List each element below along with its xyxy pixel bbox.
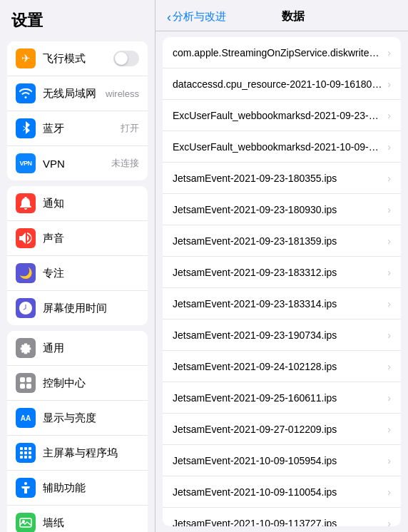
display-icon: AA — [16, 408, 36, 428]
file-item[interactable]: JetsamEvent-2021-09-23-183312.ips › — [163, 257, 401, 288]
file-chevron-icon: › — [387, 173, 391, 184]
svg-point-13 — [24, 482, 27, 485]
focus-label: 专注 — [43, 267, 139, 280]
sidebar-item-screentime[interactable]: 屏幕使用时间 — [7, 291, 148, 325]
file-name: JetsamEvent-2021-10-09-110054.ips — [173, 486, 383, 498]
file-name: JetsamEvent-2021-10-09-113727.ips — [173, 518, 383, 527]
file-name: JetsamEvent-2021-09-27-012209.ips — [173, 424, 383, 435]
sidebar-item-sound[interactable]: 声音 — [7, 221, 148, 256]
focus-icon: 🌙 — [16, 263, 36, 283]
sidebar-item-vpn[interactable]: VPN VPN 未连接 — [7, 146, 148, 180]
file-name: JetsamEvent-2021-09-25-160611.ips — [173, 392, 383, 404]
file-item[interactable]: JetsamEvent-2021-10-09-113727.ips › — [163, 508, 401, 526]
file-chevron-icon: › — [387, 361, 391, 372]
file-name: JetsamEvent-2021-10-09-105954.ips — [173, 455, 383, 466]
file-item[interactable]: dataccessd.cpu_resource-2021-10-09-16180… — [163, 68, 401, 100]
general-label: 通用 — [43, 342, 139, 355]
file-item[interactable]: JetsamEvent-2021-09-23-180930.ips › — [163, 194, 401, 225]
airplane-label: 飞行模式 — [43, 52, 113, 66]
file-item[interactable]: JetsamEvent-2021-10-09-105954.ips › — [163, 445, 401, 476]
svg-rect-0 — [20, 377, 25, 382]
file-name: JetsamEvent-2021-09-24-102128.ips — [173, 361, 383, 372]
file-item[interactable]: JetsamEvent-2021-09-27-012209.ips › — [163, 414, 401, 445]
notification-label: 通知 — [43, 197, 139, 210]
file-item[interactable]: JetsamEvent-2021-09-24-102128.ips › — [163, 351, 401, 382]
file-chevron-icon: › — [387, 455, 391, 466]
sidebar-item-accessibility[interactable]: 辅助功能 — [7, 471, 148, 506]
file-item[interactable]: JetsamEvent-2021-09-23-183314.ips › — [163, 288, 401, 319]
vpn-icon: VPN — [16, 153, 36, 173]
sidebar-section-connectivity: ✈ 飞行模式 无线局域网 wireless 蓝牙 打开 — [7, 41, 148, 180]
homescreen-label: 主屏幕与程序坞 — [43, 446, 139, 460]
file-item[interactable]: JetsamEvent-2021-09-25-160611.ips › — [163, 382, 401, 414]
file-chevron-icon: › — [387, 110, 391, 121]
file-item[interactable]: ExcUserFault_webbookmarksd-2021-10-09-16… — [163, 131, 401, 163]
file-item[interactable]: JetsamEvent-2021-09-23-181359.ips › — [163, 225, 401, 257]
sidebar-item-notification[interactable]: 通知 — [7, 186, 148, 221]
back-button[interactable]: ‹ 分析与改进 — [167, 10, 226, 24]
file-name: dataccessd.cpu_resource-2021-10-09-16180… — [173, 78, 383, 90]
file-chevron-icon: › — [387, 78, 391, 90]
svg-rect-6 — [29, 447, 31, 450]
svg-rect-7 — [20, 451, 23, 454]
file-chevron-icon: › — [387, 47, 391, 58]
sidebar-item-controlcenter[interactable]: 控制中心 — [7, 366, 148, 401]
file-item[interactable]: com.apple.StreamingOnZipService.diskwrit… — [163, 37, 401, 68]
wifi-label: 无线局域网 — [43, 87, 103, 101]
screentime-label: 屏幕使用时间 — [43, 302, 139, 315]
file-name: JetsamEvent-2021-09-23-190734.ips — [173, 329, 383, 341]
file-name: ExcUserFault_webbookmarksd-2021-09-23-18… — [173, 110, 383, 121]
sidebar-item-bluetooth[interactable]: 蓝牙 打开 — [7, 111, 148, 146]
file-name: JetsamEvent-2021-09-23-180355.ips — [173, 173, 383, 184]
controlcenter-label: 控制中心 — [43, 377, 139, 390]
airplane-toggle[interactable] — [113, 51, 139, 66]
sidebar-item-display[interactable]: AA 显示与亮度 — [7, 401, 148, 436]
sidebar-section-general: 通用 控制中心 AA 显示与亮度 — [7, 331, 148, 532]
sidebar: 设置 ✈ 飞行模式 无线局域网 wireless — [0, 0, 155, 532]
vpn-label: VPN — [43, 158, 108, 170]
svg-rect-11 — [24, 456, 27, 459]
sidebar-title: 设置 — [0, 0, 155, 36]
file-list: com.apple.StreamingOnZipService.diskwrit… — [163, 37, 401, 526]
svg-rect-3 — [26, 384, 31, 389]
controlcenter-icon — [16, 373, 36, 393]
wallpaper-icon — [16, 513, 36, 532]
svg-rect-12 — [29, 456, 31, 459]
sidebar-section-notifications: 通知 声音 🌙 专注 屏幕使用时间 — [7, 186, 148, 325]
notification-icon — [16, 193, 36, 213]
file-chevron-icon: › — [387, 298, 391, 310]
wifi-icon — [16, 83, 36, 103]
sidebar-item-focus[interactable]: 🌙 专注 — [7, 256, 148, 291]
sidebar-item-airplane[interactable]: ✈ 飞行模式 — [7, 41, 148, 76]
wallpaper-label: 墙纸 — [43, 516, 139, 530]
file-item[interactable]: ExcUserFault_webbookmarksd-2021-09-23-18… — [163, 100, 401, 131]
file-chevron-icon: › — [387, 486, 391, 498]
back-label: 分析与改进 — [173, 10, 226, 24]
sidebar-item-wallpaper[interactable]: 墙纸 — [7, 506, 148, 532]
sidebar-item-wifi[interactable]: 无线局域网 wireless — [7, 76, 148, 111]
file-item[interactable]: JetsamEvent-2021-09-23-190734.ips › — [163, 319, 401, 351]
file-chevron-icon: › — [387, 141, 391, 153]
screentime-icon — [16, 298, 36, 318]
file-chevron-icon: › — [387, 392, 391, 404]
svg-rect-10 — [20, 456, 23, 459]
file-chevron-icon: › — [387, 204, 391, 215]
file-item[interactable]: JetsamEvent-2021-09-23-180355.ips › — [163, 163, 401, 194]
svg-rect-2 — [20, 384, 25, 389]
sidebar-item-homescreen[interactable]: 主屏幕与程序坞 — [7, 436, 148, 471]
bluetooth-value: 打开 — [121, 122, 139, 135]
file-name: JetsamEvent-2021-09-23-181359.ips — [173, 235, 383, 247]
file-chevron-icon: › — [387, 424, 391, 435]
file-chevron-icon: › — [387, 267, 391, 278]
sidebar-item-general[interactable]: 通用 — [7, 331, 148, 366]
accessibility-icon — [16, 478, 36, 498]
wifi-value: wireless — [106, 88, 139, 99]
file-item[interactable]: JetsamEvent-2021-10-09-110054.ips › — [163, 476, 401, 508]
svg-rect-8 — [24, 451, 27, 454]
sound-label: 声音 — [43, 232, 139, 245]
right-panel: ‹ 分析与改进 数据 com.apple.StreamingOnZipServi… — [155, 0, 408, 532]
file-name: JetsamEvent-2021-09-23-180930.ips — [173, 204, 383, 215]
svg-rect-1 — [26, 377, 31, 382]
homescreen-icon — [16, 443, 36, 463]
file-chevron-icon: › — [387, 329, 391, 341]
